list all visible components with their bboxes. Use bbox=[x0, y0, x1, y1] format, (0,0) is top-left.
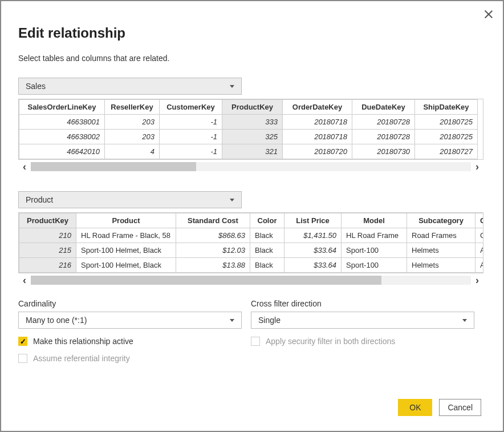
cell: $33.64 bbox=[284, 243, 342, 258]
security-checkbox bbox=[251, 337, 260, 346]
cell: 216 bbox=[19, 258, 76, 273]
cell: 20180718 bbox=[283, 115, 352, 130]
chevron-down-icon bbox=[230, 199, 234, 201]
cell: 20180728 bbox=[352, 130, 415, 144]
cell: 203 bbox=[105, 130, 160, 144]
table1-hscroll[interactable]: ‹ › bbox=[18, 162, 483, 172]
table-row[interactable]: 46638001203-1333201807182018072820180725 bbox=[19, 115, 478, 130]
active-checkbox-label: Make this relationship active bbox=[33, 337, 133, 346]
scroll-right-icon[interactable]: › bbox=[471, 275, 483, 285]
table-row[interactable]: 215Sport-100 Helmet, Black$12.03Black$33… bbox=[19, 243, 484, 258]
cell: Access bbox=[475, 243, 484, 258]
table-row[interactable]: 466420104-1321201807202018073020180727 bbox=[19, 144, 478, 159]
cell: Black bbox=[250, 258, 284, 273]
column-header[interactable]: ProductKey bbox=[19, 213, 76, 228]
cell: 210 bbox=[19, 228, 76, 243]
table1-grid: SalesOrderLineKeyResellerKeyCustomerKeyP… bbox=[18, 99, 483, 160]
column-header[interactable]: Subcategory bbox=[407, 213, 475, 228]
cell: 325 bbox=[222, 130, 283, 144]
active-checkbox[interactable]: ✓ bbox=[18, 337, 27, 346]
crossfilter-label: Cross filter direction bbox=[251, 299, 483, 308]
cell: -1 bbox=[160, 144, 222, 159]
scroll-thumb[interactable] bbox=[31, 276, 381, 285]
column-header[interactable]: ProductKey bbox=[222, 100, 283, 115]
column-header[interactable]: SalesOrderLineKey bbox=[19, 100, 105, 115]
cell: 20180718 bbox=[283, 130, 352, 144]
integrity-checkbox-label: Assume referential integrity bbox=[33, 354, 130, 363]
column-header[interactable]: List Price bbox=[284, 213, 342, 228]
column-header[interactable]: ShipDateKey bbox=[415, 100, 478, 115]
ok-button[interactable]: OK bbox=[398, 399, 432, 416]
cell: Black bbox=[250, 243, 284, 258]
table2-hscroll[interactable]: ‹ › bbox=[18, 275, 483, 285]
column-header[interactable]: OrderDateKey bbox=[283, 100, 352, 115]
cardinality-select[interactable]: Many to one (*:1) bbox=[18, 312, 242, 329]
edit-relationship-dialog: Edit relationship Select tables and colu… bbox=[1, 1, 503, 431]
cell: Road Frames bbox=[407, 228, 475, 243]
cell: HL Road Frame bbox=[342, 228, 407, 243]
cell: $868.63 bbox=[176, 228, 250, 243]
column-header[interactable]: DueDateKey bbox=[352, 100, 415, 115]
cell: 20180727 bbox=[415, 144, 478, 159]
cell: Sport-100 Helmet, Black bbox=[76, 243, 176, 258]
crossfilter-value: Single bbox=[258, 316, 281, 325]
cell: Black bbox=[250, 228, 284, 243]
cell: 20180720 bbox=[283, 144, 352, 159]
chevron-down-icon bbox=[230, 319, 234, 322]
cell: Access bbox=[475, 258, 484, 273]
crossfilter-select[interactable]: Single bbox=[251, 312, 474, 329]
cell: 46642010 bbox=[19, 144, 105, 159]
column-header[interactable]: ResellerKey bbox=[105, 100, 160, 115]
cell: Compo bbox=[475, 228, 484, 243]
cell: 20180725 bbox=[415, 130, 478, 144]
cell: 46638001 bbox=[19, 115, 105, 130]
column-header[interactable]: Product bbox=[76, 213, 176, 228]
close-icon[interactable] bbox=[483, 9, 493, 18]
column-header[interactable]: Model bbox=[342, 213, 407, 228]
cell: Sport-100 bbox=[342, 258, 407, 273]
cell: 203 bbox=[105, 115, 160, 130]
scroll-thumb[interactable] bbox=[31, 162, 196, 171]
cancel-button[interactable]: Cancel bbox=[439, 399, 481, 416]
cell: 46638002 bbox=[19, 130, 105, 144]
cell: HL Road Frame - Black, 58 bbox=[76, 228, 176, 243]
scroll-left-icon[interactable]: ‹ bbox=[18, 275, 31, 285]
cell: $33.64 bbox=[284, 258, 342, 273]
table2-select[interactable]: Product bbox=[18, 191, 242, 208]
table1-select-value: Sales bbox=[26, 82, 46, 91]
cell: Sport-100 Helmet, Black bbox=[76, 258, 176, 273]
chevron-down-icon bbox=[230, 85, 234, 88]
scroll-track[interactable] bbox=[31, 276, 471, 285]
column-header[interactable]: Color bbox=[250, 213, 284, 228]
column-header[interactable]: CustomerKey bbox=[160, 100, 222, 115]
cell: 20180728 bbox=[352, 115, 415, 130]
dialog-title: Edit relationship bbox=[18, 25, 486, 41]
cell: 20180725 bbox=[415, 115, 478, 130]
cell: Sport-100 bbox=[342, 243, 407, 258]
table-row[interactable]: 210HL Road Frame - Black, 58$868.63Black… bbox=[19, 228, 484, 243]
column-header[interactable]: Standard Cost bbox=[176, 213, 250, 228]
table1-select[interactable]: Sales bbox=[18, 78, 242, 95]
cell: 4 bbox=[105, 144, 160, 159]
table2-grid: ProductKeyProductStandard CostColorList … bbox=[18, 212, 483, 273]
table-row[interactable]: 46638002203-1325201807182018072820180725 bbox=[19, 130, 478, 144]
scroll-right-icon[interactable]: › bbox=[471, 162, 483, 172]
cell: -1 bbox=[160, 130, 222, 144]
cell: 20180730 bbox=[352, 144, 415, 159]
security-checkbox-label: Apply security filter in both directions bbox=[266, 337, 395, 346]
cell: $12.03 bbox=[176, 243, 250, 258]
cardinality-label: Cardinality bbox=[18, 299, 251, 308]
cell: Helmets bbox=[407, 258, 475, 273]
chevron-down-icon bbox=[462, 319, 467, 322]
dialog-subtitle: Select tables and columns that are relat… bbox=[18, 54, 486, 63]
column-header[interactable]: Category bbox=[475, 213, 484, 228]
cell: Helmets bbox=[407, 243, 475, 258]
cell: -1 bbox=[160, 115, 222, 130]
cell: $1,431.50 bbox=[284, 228, 342, 243]
scroll-track[interactable] bbox=[31, 162, 471, 171]
cardinality-value: Many to one (*:1) bbox=[26, 316, 87, 325]
scroll-left-icon[interactable]: ‹ bbox=[18, 162, 31, 172]
cell: 215 bbox=[19, 243, 76, 258]
cell: 321 bbox=[222, 144, 283, 159]
table-row[interactable]: 216Sport-100 Helmet, Black$13.88Black$33… bbox=[19, 258, 484, 273]
